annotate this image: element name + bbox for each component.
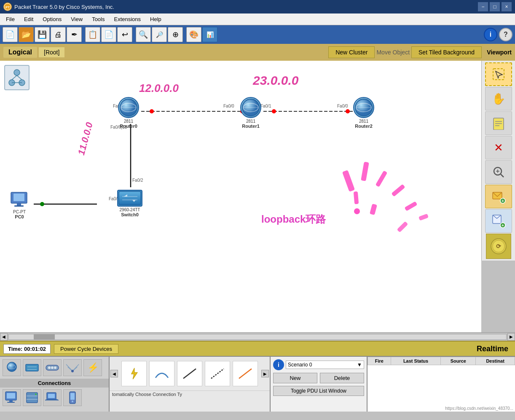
switches-icon[interactable] — [23, 359, 41, 376]
toggle-pdu-button[interactable]: Toggle PDU List Window — [273, 386, 364, 396]
copy-button[interactable]: 📋 — [85, 27, 100, 42]
side-panel: ✋ ✕ — [481, 61, 515, 261]
laptop-icon[interactable] — [43, 389, 62, 406]
minimize-button[interactable]: − — [478, 2, 488, 11]
scroll-thumb[interactable] — [34, 334, 55, 339]
delete-scenario-button[interactable]: Delete — [320, 373, 364, 383]
close-button[interactable]: × — [502, 2, 512, 11]
svg-rect-26 — [13, 194, 24, 201]
network-label-11: 11.0.0.0 — [76, 121, 95, 156]
svg-text:PT: PT — [5, 5, 10, 9]
menu-edit[interactable]: Edit — [20, 15, 38, 24]
toolbar-right: i ? — [484, 28, 512, 41]
svg-point-61 — [51, 366, 54, 369]
svg-line-78 — [183, 369, 196, 379]
auto-connection-item[interactable] — [121, 361, 147, 386]
info-button[interactable]: i — [484, 28, 497, 41]
svg-point-71 — [35, 393, 37, 395]
power-cycle-button[interactable]: Power Cycle Devices — [54, 344, 118, 354]
note-tool-button[interactable] — [485, 111, 512, 135]
scroll-track[interactable] — [8, 334, 507, 340]
palette-button[interactable]: 🎨 — [186, 27, 201, 42]
help-button[interactable]: ? — [499, 28, 512, 41]
serial-connection-item[interactable] — [205, 361, 230, 386]
conn-scroll-right[interactable]: ▶ — [261, 370, 269, 377]
router0[interactable]: 2811 Router0 — [118, 97, 139, 129]
port-router1-fa00-left: Fa0/0 — [223, 104, 234, 108]
menu-file[interactable]: File — [2, 15, 19, 24]
console-connection-item[interactable] — [149, 361, 174, 386]
switch0-icon[interactable] — [117, 190, 142, 207]
zoom-tool-button[interactable] — [485, 160, 512, 184]
loopback-mark-5 — [405, 201, 418, 211]
router2-icon[interactable] — [353, 97, 374, 118]
save-button[interactable]: 💾 — [35, 27, 50, 42]
zoom-out-button[interactable]: 🔎 — [152, 27, 167, 42]
security-icon[interactable]: ⚡ — [83, 359, 102, 376]
router1-icon[interactable] — [240, 97, 261, 118]
undo-button[interactable]: ↩ — [117, 27, 132, 42]
router1[interactable]: 2811 Router1 — [240, 97, 261, 129]
fire-panel: Fire Last Status Source Destinat https:/… — [367, 357, 515, 412]
menu-help[interactable]: Help — [146, 15, 166, 24]
zoom-in-button[interactable]: 🔍 — [136, 27, 151, 42]
zoom-fit-button[interactable]: ⊕ — [168, 27, 183, 42]
set-tiled-bg-button[interactable]: Set Tiled Background — [411, 46, 482, 58]
pc0[interactable]: PC-PT PC0 — [10, 191, 29, 219]
conn-scroll-left[interactable]: ◀ — [110, 370, 118, 377]
router2-label2: Router2 — [355, 124, 373, 129]
network-canvas[interactable]: 12.0.0.0 23.0.0.0 11.0.0.0 loopback环路 — [0, 61, 481, 332]
maximize-button[interactable]: □ — [490, 2, 500, 11]
scroll-right-button[interactable]: ▶ — [507, 333, 515, 341]
titlebar: PT Packet Tracer 5.0 by Cisco Systems, I… — [0, 0, 515, 13]
menu-view[interactable]: View — [67, 15, 87, 24]
select-button[interactable] — [485, 62, 512, 86]
print-button[interactable]: 🖨 — [51, 27, 66, 42]
edit-button[interactable]: ✒ — [67, 27, 82, 42]
new-cluster-button[interactable]: New Cluster — [328, 46, 375, 58]
wireless-icon[interactable] — [63, 359, 82, 376]
new-file-button[interactable]: 📄 — [3, 27, 18, 42]
titlebar-left: PT Packet Tracer 5.0 by Cisco Systems, I… — [3, 3, 114, 11]
pc0-icon[interactable] — [10, 191, 29, 209]
canvas-wrapper: 12.0.0.0 23.0.0.0 11.0.0.0 loopback环路 — [0, 61, 515, 332]
delete-tool-button[interactable]: ✕ — [485, 136, 512, 159]
svg-rect-73 — [48, 394, 55, 398]
hubs-icon[interactable] — [43, 359, 62, 376]
svg-rect-20 — [119, 191, 141, 205]
conn-items — [118, 358, 261, 390]
hand-tool-button[interactable]: ✋ — [485, 87, 512, 110]
loopback-mark-6 — [354, 191, 359, 205]
svg-point-54 — [7, 362, 16, 372]
router0-icon[interactable] — [118, 97, 139, 118]
pc-icon[interactable] — [3, 389, 21, 406]
router2[interactable]: 2811 Router2 — [353, 97, 374, 129]
move-object-label: Move Object — [376, 49, 410, 56]
router1-label1: 2811 — [246, 119, 255, 124]
routers-icon[interactable] — [3, 359, 21, 376]
menu-options[interactable]: Options — [38, 15, 66, 24]
fiber-connection-item[interactable] — [233, 361, 258, 386]
straight-connection-item[interactable] — [177, 361, 202, 386]
svg-point-3 — [150, 109, 154, 113]
diagram-button[interactable]: 📊 — [202, 27, 217, 42]
realtime-mode-button[interactable]: ⟳ — [486, 234, 511, 259]
paste-button[interactable]: 📄 — [101, 27, 116, 42]
menu-extensions[interactable]: Extensions — [110, 15, 145, 24]
add-pdu-button[interactable]: + — [485, 185, 512, 208]
new-scenario-button[interactable]: New — [273, 373, 317, 383]
source-col-header: Source — [441, 357, 476, 365]
loopback-mark-1 — [342, 170, 355, 192]
cluster-icon[interactable] — [4, 65, 30, 90]
add-complex-pdu-button[interactable]: + — [485, 209, 512, 233]
switch0[interactable]: 2960-24TT Switch0 — [117, 190, 142, 217]
scenario-dropdown[interactable]: Scenario 0 ▼ — [286, 361, 364, 369]
scenario-panel: i Scenario 0 ▼ New Delete Toggle PDU Lis… — [271, 357, 367, 412]
server-icon[interactable] — [23, 389, 41, 406]
pc0-label2: PC0 — [15, 214, 24, 219]
open-button[interactable]: 📂 — [19, 27, 34, 42]
scroll-left-button[interactable]: ◀ — [0, 333, 8, 341]
menu-tools[interactable]: Tools — [88, 15, 109, 24]
time-label: Time: 00:01:02 — [3, 344, 51, 354]
phone-icon[interactable] — [63, 389, 82, 406]
